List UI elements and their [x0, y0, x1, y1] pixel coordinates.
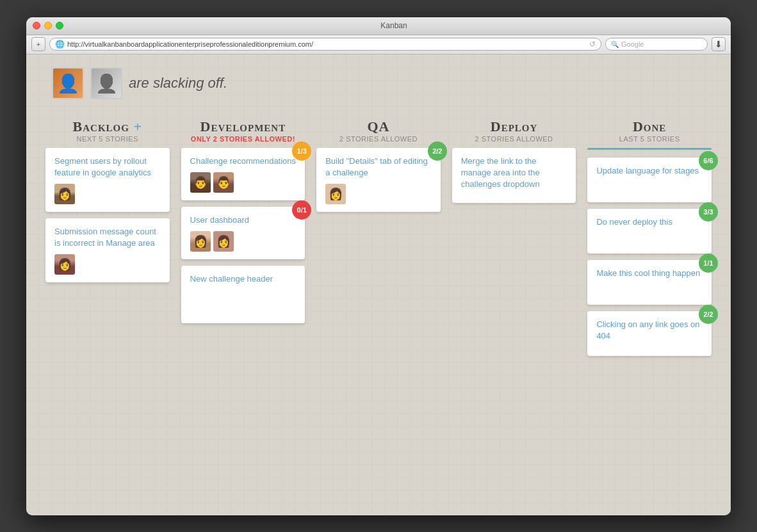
- column-title-qa: QA: [316, 118, 441, 135]
- card-avatars-backlog-1: 👩: [54, 184, 161, 204]
- toolbar: + 🌐 http://virtualkanbanboardapplication…: [26, 35, 731, 54]
- column-header-backlog: Backlog + NEXT 5 STORIES: [45, 118, 170, 143]
- slack-text: are slacking off.: [129, 75, 227, 92]
- badge-done-2: 3/3: [699, 202, 718, 222]
- badge-qa-1: 2/2: [428, 141, 447, 161]
- column-backlog: Backlog + NEXT 5 STORIES Segment users b…: [45, 118, 170, 362]
- backlog-add-icon[interactable]: +: [133, 118, 142, 134]
- card-deploy-1[interactable]: Merge the link to the manage area into t…: [452, 148, 576, 204]
- maximize-button[interactable]: [56, 22, 63, 29]
- content-area: 👤 👤 are slacking off. Backlog + NEXT 5 S…: [26, 54, 731, 515]
- column-development: Development ONLY 2 STORIES ALLOWED! 1/3 …: [181, 118, 305, 362]
- card-avatar-woman2: 👩: [190, 231, 211, 252]
- title-bar: Kanban: [26, 17, 731, 35]
- header-area: 👤 👤 are slacking off.: [45, 67, 712, 99]
- column-subtitle-qa: 2 STORIES ALLOWED: [316, 135, 441, 143]
- card-avatar-man2: 👨: [213, 172, 234, 193]
- back-button[interactable]: +: [31, 37, 45, 51]
- badge-dev-1: 1/3: [292, 141, 311, 161]
- column-deploy: Deploy 2 STORIES ALLOWED Merge the link …: [452, 118, 576, 362]
- column-title-backlog: Backlog +: [45, 118, 170, 135]
- traffic-lights: [33, 22, 63, 29]
- card-dev-3[interactable]: New challenge header: [181, 266, 305, 323]
- card-text-qa-1[interactable]: Build "Details" tab of editing a challen…: [325, 156, 432, 179]
- column-subtitle-deploy: 2 STORIES ALLOWED: [452, 135, 576, 143]
- url-text: http://virtualkanbanboardapplicationente…: [67, 40, 313, 48]
- column-header-done: Done LAST 5 STORIES: [587, 118, 712, 143]
- badge-done-4: 2/2: [699, 305, 718, 324]
- url-bar[interactable]: 🌐 http://virtualkanbanboardapplicationen…: [49, 38, 601, 51]
- card-avatar-woman1: 👩: [54, 184, 75, 204]
- card-done-4[interactable]: 2/2 Clicking on any link goes on 404: [587, 311, 712, 356]
- minimize-button[interactable]: [44, 22, 52, 29]
- column-subtitle-backlog: NEXT 5 STORIES: [45, 135, 170, 143]
- card-text-done-4[interactable]: Clicking on any link goes on 404: [596, 319, 703, 342]
- card-text-backlog-1[interactable]: Segment users by rollout feature in goog…: [54, 156, 161, 179]
- card-backlog-1[interactable]: Segment users by rollout feature in goog…: [45, 148, 170, 212]
- card-text-dev-2[interactable]: User dashboard: [190, 214, 297, 226]
- kanban-board: Backlog + NEXT 5 STORIES Segment users b…: [45, 118, 712, 362]
- card-text-dev-1[interactable]: Challenge recommendations: [190, 156, 297, 167]
- column-title-done: Done: [587, 118, 712, 135]
- card-text-deploy-1[interactable]: Merge the link to the manage area into t…: [461, 156, 567, 191]
- browser-window: Kanban + 🌐 http://virtualkanbanboardappl…: [26, 17, 731, 515]
- column-subtitle-development: ONLY 2 STORIES ALLOWED!: [181, 135, 305, 143]
- card-avatars-qa-1: 👩: [325, 184, 432, 204]
- search-placeholder: Google: [621, 40, 644, 48]
- card-text-backlog-2[interactable]: Submission message count is incorrect in…: [54, 226, 161, 249]
- download-button[interactable]: ⬇: [712, 37, 726, 51]
- column-header-qa: QA 2 STORIES ALLOWED: [316, 118, 441, 143]
- column-header-development: Development ONLY 2 STORIES ALLOWED!: [181, 118, 305, 143]
- card-text-dev-3[interactable]: New challenge header: [190, 273, 297, 285]
- column-title-deploy: Deploy: [452, 118, 576, 135]
- avatar-user1: 👤: [52, 67, 84, 99]
- card-done-1[interactable]: 6/6 Update language for stages: [587, 157, 712, 202]
- avatar-user2: 👤: [90, 67, 122, 99]
- card-avatars-dev-1: 👨 👨: [190, 172, 297, 193]
- card-done-2[interactable]: 3/3 Do never deploy this: [587, 209, 712, 254]
- card-dev-2[interactable]: 0/1 User dashboard 👩 👩: [181, 207, 305, 259]
- card-qa-1[interactable]: 2/2 Build "Details" tab of editing a cha…: [316, 148, 441, 212]
- card-text-done-2[interactable]: Do never deploy this: [596, 216, 703, 228]
- card-dev-1[interactable]: 1/3 Challenge recommendations 👨 👨: [181, 148, 305, 200]
- url-icon: 🌐: [55, 40, 65, 49]
- badge-dev-2: 0/1: [292, 200, 311, 220]
- card-avatar-qa-woman: 👩: [325, 184, 346, 204]
- done-divider: [587, 148, 712, 150]
- badge-done-1: 6/6: [699, 151, 718, 170]
- card-avatar-man1: 👨: [190, 172, 211, 193]
- card-text-done-1[interactable]: Update language for stages: [596, 165, 703, 177]
- card-text-done-3[interactable]: Make this cool thing happen: [596, 268, 703, 279]
- card-done-3[interactable]: 1/1 Make this cool thing happen: [587, 260, 712, 305]
- column-done: Done LAST 5 STORIES 6/6 Update language …: [587, 118, 712, 362]
- card-backlog-2[interactable]: Submission message count is incorrect in…: [45, 218, 170, 282]
- column-qa: QA 2 STORIES ALLOWED 2/2 Build "Details"…: [316, 118, 441, 362]
- column-subtitle-done: LAST 5 STORIES: [587, 135, 712, 143]
- card-avatar-woman3: 👩: [54, 254, 75, 275]
- card-avatar-woman3b: 👩: [213, 231, 234, 252]
- close-button[interactable]: [33, 22, 40, 29]
- card-avatars-dev-2: 👩 👩: [190, 231, 297, 252]
- window-title: Kanban: [63, 21, 724, 30]
- badge-done-3: 1/1: [699, 254, 718, 273]
- card-avatars-backlog-2: 👩: [54, 254, 161, 275]
- column-header-deploy: Deploy 2 STORIES ALLOWED: [452, 118, 576, 143]
- search-bar[interactable]: 🔍 Google: [605, 38, 708, 51]
- refresh-icon[interactable]: ↺: [589, 40, 596, 49]
- search-icon: 🔍: [611, 41, 619, 48]
- column-title-development: Development: [181, 118, 305, 135]
